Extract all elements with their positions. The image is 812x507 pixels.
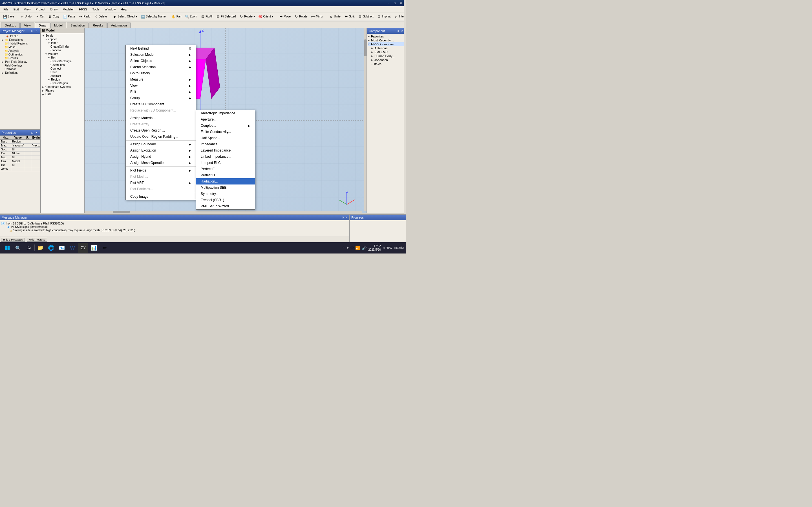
tree-model-createrect[interactable]: CreateRectangle — [42, 59, 84, 63]
portfield-expander[interactable]: ▶ — [2, 61, 5, 63]
split-button[interactable]: ⊢Split — [343, 13, 356, 20]
cut-button[interactable]: ✂Cut — [34, 13, 46, 20]
paste-button[interactable]: 📄Paste — [61, 13, 77, 20]
tray-lang[interactable]: 英 — [346, 246, 349, 250]
tray-network[interactable]: 📶 — [355, 245, 360, 250]
taskbar-app-pencil[interactable]: ✏ — [100, 243, 110, 253]
save-button[interactable]: 💾Save — [1, 13, 15, 20]
ctx-plot-vrt[interactable]: Plot VRT ▶ — [126, 180, 196, 186]
ctx-assign-excitation[interactable]: Assign Excitation ▶ — [126, 147, 196, 154]
orient-button[interactable]: 🎯Orient ▾ — [257, 13, 274, 20]
tree-model-coordsys[interactable]: ▶ Coordinate Systems — [42, 85, 84, 89]
properties-close-btn[interactable]: ✕ — [35, 131, 39, 134]
imprint-button[interactable]: ⊡Imprint — [375, 13, 392, 20]
tree-item-radiation[interactable]: Radiation — [1, 67, 40, 71]
sub-linked-impedance[interactable]: Linked Impedance... — [196, 154, 255, 160]
tree-item-mesh[interactable]: 📁 Mesh — [1, 45, 40, 49]
ctx-next-behind[interactable]: Next Behind B — [126, 45, 196, 52]
component-float-btn[interactable]: ⊡ — [396, 30, 400, 33]
close-button[interactable]: ✕ — [398, 1, 404, 5]
ctx-plot-fields[interactable]: Plot Fields ▶ — [126, 167, 196, 173]
ctx-view[interactable]: View ▶ — [126, 82, 196, 89]
definitions-expander[interactable]: ▶ — [2, 71, 5, 74]
undo-button[interactable]: ↩Undo — [18, 13, 33, 20]
hscrollbar-thumb[interactable] — [113, 211, 130, 213]
taskbar-app-edge[interactable]: 🌐 — [46, 243, 56, 253]
tab-draw[interactable]: Draw — [35, 22, 50, 28]
copy-button[interactable]: ⧉Copy — [46, 13, 61, 20]
prop-row-attr[interactable]: Attrib... — [0, 167, 41, 171]
tree-model-cloneto[interactable]: CloneTo — [42, 48, 84, 52]
sub-aperture[interactable]: Aperture... — [196, 116, 255, 122]
prop-row-model[interactable]: Mo...☑ — [0, 155, 41, 159]
menu-file[interactable]: File — [1, 7, 11, 11]
redo-button[interactable]: ↪Redo — [77, 13, 92, 20]
sub-multipaction[interactable]: Multipaction SEE... — [196, 184, 255, 191]
select-by-name-button[interactable]: 🔤Select by Name — [139, 13, 167, 20]
menu-tools[interactable]: Tools — [90, 7, 102, 11]
rotate-button[interactable]: ↻Rotate ▾ — [238, 13, 256, 20]
project-tree-scrollbar[interactable] — [404, 28, 406, 213]
ctx-assign-hybrid[interactable]: Assign Hybrid ▶ — [126, 154, 196, 160]
tree-model-region[interactable]: ▼ Region — [42, 78, 84, 81]
tree-model-copper[interactable]: ▼ copper — [42, 38, 84, 41]
pan-button[interactable]: ✋Pan — [170, 13, 183, 20]
taskbar-app-mail[interactable]: 📧 — [57, 243, 67, 253]
tab-results[interactable]: Results — [89, 22, 107, 28]
menu-help[interactable]: Help — [118, 7, 130, 11]
taskbar-app-explorer[interactable]: 📁 — [35, 243, 45, 253]
sub-impedance[interactable]: Impedance... — [196, 141, 255, 147]
tab-desktop[interactable]: Desktop — [1, 22, 20, 28]
menu-window[interactable]: Window — [102, 7, 118, 11]
sub-lumped-rlc[interactable]: Lumped RLC... — [196, 160, 255, 166]
search-button[interactable]: 🔍 — [13, 243, 23, 253]
properties-float-btn[interactable]: ⊡ — [30, 131, 34, 134]
menu-project[interactable]: Project — [33, 7, 47, 11]
ctx-assign-material[interactable]: Assign Material... — [126, 115, 196, 121]
tree-model-subtract[interactable]: Subtract — [42, 74, 84, 78]
subtract-button[interactable]: ⊟Subtract — [356, 13, 375, 20]
sub-anisotropic[interactable]: Anisotropic Impedance... — [196, 110, 255, 116]
menu-modeler[interactable]: Modeler — [60, 7, 76, 11]
tree-model-connect[interactable]: Connect — [42, 67, 84, 70]
rotate2-button[interactable]: ↻Rotate — [293, 13, 309, 20]
tree-model-horn[interactable]: ▼ Horn — [42, 56, 84, 59]
comp-emi[interactable]: ▶ EMI EMC — [368, 50, 405, 54]
tree-model-lists[interactable]: ▶ Lists — [42, 93, 84, 96]
sub-fresnel[interactable]: Fresnel (SBR+) — [196, 197, 255, 203]
tray-ime[interactable]: 中 — [351, 246, 354, 250]
ctx-copy-image[interactable]: Copy Image — [126, 193, 196, 200]
select-object-button[interactable]: ▶Select: Object ▾ — [111, 13, 139, 20]
tree-model-solids[interactable]: ▼ Solids — [42, 34, 84, 38]
tree-item-optimetrics[interactable]: 📁 Optimetrics — [1, 53, 40, 56]
ctx-select-objects[interactable]: Select Objects ▶ — [126, 58, 196, 64]
taskbar-app-word[interactable]: W — [67, 243, 78, 253]
comp-lithics[interactable]: ...lithics — [368, 62, 405, 66]
tree-model-coverlines[interactable]: CoverLines — [42, 63, 84, 67]
prop-row-group[interactable]: Gro...Model — [0, 159, 41, 163]
ctx-group[interactable]: Group ▶ — [126, 95, 196, 101]
tab-automation[interactable]: Automation — [107, 22, 131, 28]
tree-model-createcylinder[interactable]: CreateCylinder — [42, 45, 84, 48]
unite-button[interactable]: ∪Unite — [327, 13, 342, 20]
tree-item-excitations[interactable]: ▶ 📁 Excitations — [1, 38, 40, 42]
ctx-update-padding[interactable]: Update Open Region Padding... — [126, 133, 196, 140]
vscrollbar-thumb[interactable] — [364, 40, 366, 56]
ctx-edit[interactable]: Edit ▶ — [126, 89, 196, 95]
prop-row-orient[interactable]: Ori...Global — [0, 151, 41, 155]
prop-row-display[interactable]: Dis...☑ — [0, 163, 41, 167]
comp-johanson[interactable]: ▶ Johanson — [368, 58, 405, 62]
excitations-expander[interactable]: ▶ — [2, 39, 5, 41]
tab-model[interactable]: Model — [50, 22, 66, 28]
tree-model-planes[interactable]: ▶ Planes — [42, 89, 84, 93]
ctx-create-open-region[interactable]: Create Open Region ... — [126, 127, 196, 133]
tree-item-portfield[interactable]: ▶ Port Field Display — [1, 60, 40, 64]
tree-model-unite[interactable]: Unite — [42, 70, 84, 74]
menu-edit[interactable]: Edit — [11, 7, 21, 11]
taskbar-app-zy[interactable]: ZY — [78, 243, 88, 253]
maximize-button[interactable]: □ — [392, 1, 398, 5]
comp-antennas[interactable]: ▶ Antennas — [368, 46, 405, 50]
sub-finite-cond[interactable]: Finite Conductivity... — [196, 129, 255, 135]
ctx-selection-mode[interactable]: Selection Mode ▶ — [126, 52, 196, 58]
viewport-hscrollbar[interactable] — [85, 211, 362, 213]
